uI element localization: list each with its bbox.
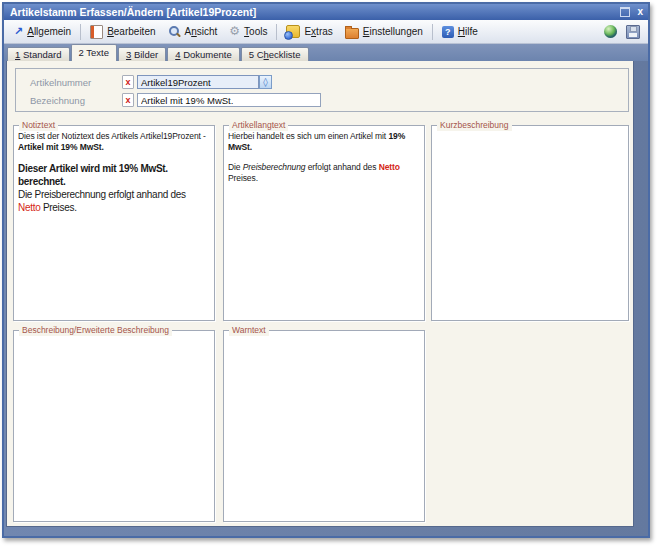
menu-item-einstellungen[interactable]: Einstellungen (339, 22, 429, 42)
menu-item-extras[interactable]: Extras (280, 22, 338, 42)
menu-label-extras: Extras (304, 26, 332, 37)
menu-item-allgemein[interactable]: ↗ Allgemein (8, 22, 77, 42)
groupbox-notiztext: Notiztext Dies ist der Notiztext des Art… (13, 125, 215, 321)
tab-checkliste[interactable]: 5 Checkliste (241, 47, 309, 61)
article-header-panel: Artikelnummer x ◊ Bezeichnung x (15, 68, 629, 112)
groupbox-warntext: Warntext (223, 330, 425, 522)
field-row-bezeichnung: Bezeichnung x (16, 92, 628, 108)
menu-label-einstellungen: Einstellungen (363, 26, 423, 37)
north-east-arrow-icon: ↗ (14, 26, 23, 38)
tab-dokumente[interactable]: 4 Dokumente (167, 47, 240, 61)
toolbar-right (604, 25, 644, 39)
bezeichnung-label: Bezeichnung (30, 95, 85, 106)
tabstrip: 1 Standard 2 Texte 3 Bilder 4 Dokumente … (4, 44, 648, 61)
menubar-separator (80, 24, 81, 40)
menu-item-bearbeiten[interactable]: Bearbeiten (84, 22, 161, 42)
help-icon: ? (442, 26, 454, 38)
menubar: ↗ Allgemein Bearbeiten Ansicht ⚙ Tools E… (4, 20, 648, 44)
menu-label-tools: Tools (244, 26, 267, 37)
notiztext-editor[interactable]: Dies ist der Notiztext des Artikels Arti… (14, 128, 214, 320)
beschreibung-editor[interactable] (14, 333, 214, 521)
artikelnummer-label: Artikelnummer (30, 77, 91, 88)
artikelnummer-input[interactable] (137, 75, 259, 89)
required-field-icon: x (122, 75, 134, 89)
globe-icon[interactable] (604, 25, 617, 38)
kurzbeschreibung-editor[interactable] (432, 128, 628, 320)
menu-label-hilfe: Hilfe (458, 26, 478, 37)
titlebar-buttons: x (620, 4, 643, 20)
menu-label-allgemein: Allgemein (27, 26, 71, 37)
tab-bilder[interactable]: 3 Bilder (118, 47, 166, 61)
restore-icon[interactable] (620, 7, 630, 17)
menu-item-hilfe[interactable]: ? Hilfe (436, 22, 484, 42)
groupbox-artikellangtext: Artikellangtext Hierbei handelt es sich … (223, 125, 425, 321)
menu-item-tools[interactable]: ⚙ Tools (223, 22, 273, 42)
bezeichnung-input[interactable] (137, 93, 321, 107)
app-window: Artikelstamm Erfassen/Ändern [Artikel19P… (2, 2, 650, 538)
content-frame: Artikelnummer x ◊ Bezeichnung x Notiztex… (4, 61, 648, 536)
tabpage-texte: Artikelnummer x ◊ Bezeichnung x Notiztex… (6, 61, 634, 527)
field-row-artikelnummer: Artikelnummer x ◊ (16, 74, 628, 90)
menubar-separator (276, 24, 277, 40)
warntext-editor[interactable] (224, 333, 424, 521)
edit-icon (90, 25, 103, 39)
tab-standard[interactable]: 1 Standard (7, 47, 70, 61)
menu-label-ansicht: Ansicht (185, 26, 218, 37)
close-icon[interactable]: x (637, 5, 643, 19)
menu-label-bearbeiten: Bearbeiten (107, 26, 155, 37)
menu-item-ansicht[interactable]: Ansicht (162, 22, 224, 42)
settings-folder-icon (345, 28, 359, 39)
lookup-icon[interactable]: ◊ (259, 75, 272, 89)
artikellangtext-editor[interactable]: Hierbei handelt es sich um einen Artikel… (224, 128, 424, 320)
extras-package-icon (286, 25, 300, 38)
menubar-separator (432, 24, 433, 40)
gear-icon: ⚙ (229, 25, 240, 38)
groupbox-kurzbeschreibung: Kurzbeschreibung (431, 125, 629, 321)
required-field-icon: x (122, 93, 134, 107)
save-icon[interactable] (626, 25, 640, 39)
window-title: Artikelstamm Erfassen/Ändern [Artikel19P… (10, 6, 256, 18)
titlebar: Artikelstamm Erfassen/Ändern [Artikel19P… (4, 4, 648, 20)
groupbox-beschreibung: Beschreibung/Erweiterte Beschreibung (13, 330, 215, 522)
tab-texte[interactable]: 2 Texte (71, 44, 117, 61)
magnifier-icon (168, 25, 181, 38)
